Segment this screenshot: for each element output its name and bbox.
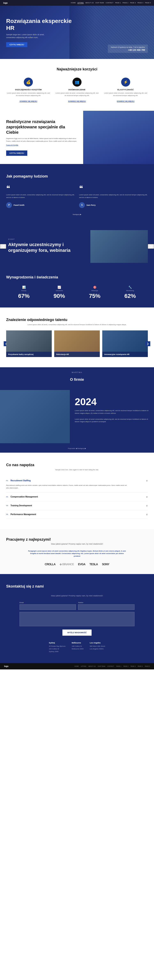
footer-link-p1[interactable]: PAGE 1 [116,665,121,667]
about-year: 2024 [75,396,149,407]
footer-link-home[interactable]: HOME [74,665,79,667]
benefit-title-3: ELASTYCZNOŚĆ [103,89,148,91]
testi-author-2: S Sam Perry [79,202,148,208]
testi-text-1: Lorem ipsum dolor sit amet, consectetur … [6,194,75,199]
about-nav-link[interactable]: Poprzedni ◀ Następny ▶ [68,447,86,449]
benefit-link-1[interactable]: DOWIEDZ SIĘ WIĘCEJ [19,100,37,102]
nav-contact[interactable]: CONTACT [106,2,113,4]
footer-link-about[interactable]: ABOUT US [88,665,96,667]
realistic-cta-button[interactable]: CZYTAJ WIĘCEJ [6,151,27,156]
footer-link-lifting[interactable]: LIFTING [81,665,86,667]
partners-logos: CROLLA ◆ BINANCE EVGA TESLA SONY [6,563,148,566]
hero-section: Rozwiązania eksperckie HR Sample large t… [0,6,154,59]
email-label: Email [19,602,76,603]
stat-label-2: Szkolenia [42,290,77,291]
realistic-title: Realistyczne rozwiązania zaprojektowane … [6,119,77,135]
nav-team[interactable]: OUR TEAM [95,2,104,4]
stats-section: Wynagrodzenia i świadczenia 📊 Koszty 67%… [0,267,154,307]
contact-section: Skontaktuj się z nami Masz jakieś pytani… [0,574,154,663]
nav-home[interactable]: HOME [71,2,76,4]
about-section: WARTWA O firmie 2024 Lorem ipsum dolor s… [0,367,154,453]
contact-submit-button[interactable]: WYŚLIJ WIADOMOŚĆ [63,630,91,636]
faq-header-1[interactable]: 01. Recruitment Staffing ∨ [6,479,148,482]
message-textarea[interactable] [19,612,135,626]
faq-header-3[interactable]: 03. Training Development ∨ [6,504,148,507]
partner-logo-evga: EVGA [78,563,85,566]
contact-form: Email Telefon WYŚLIJ WIADOMOŚĆ [19,602,135,636]
nav-about[interactable]: ABOUT US [85,2,94,4]
realistic-link[interactable]: Fusce A Fringilla [6,144,18,146]
about-image-bg [0,390,70,443]
footer-link-p3[interactable]: PAGE 3 [131,665,136,667]
testi-avatar-2: S [79,202,85,208]
email-input[interactable] [19,605,76,610]
partners-subtitle: Masz jakieś pytania? Prosimy napisz nam,… [6,543,148,545]
faq-header-2[interactable]: 02. Compensation Management ∨ [6,495,148,498]
partner-logo-crolla: CROLLA [45,563,55,566]
partner-logo-sony: SONY [102,563,109,566]
nav-p2[interactable]: PAGE 2 [123,2,128,4]
faq-num-1: 01. [6,480,8,482]
nav-lifting[interactable]: LIFTING [77,2,84,4]
benefit-link-3[interactable]: DOWIEDZ SIĘ WIĘCEJ [117,100,135,102]
footer-link-p5[interactable]: PAGE 5 [145,665,150,667]
benefit-link-2[interactable]: DOWIEDZ SIĘ WIĘCEJ [68,100,86,102]
faq-question-4: Performance Management [10,513,146,515]
talent-grid: Pozyskanie kadry zarządczej Rekrutacja H… [6,331,148,357]
testimonials-nav-link[interactable]: Następny ▶ [73,213,81,215]
talent-title: Znalezienie odpowiedniego talentu [6,318,148,322]
about-para1: Lorem ipsum dolor sit amet, consectetur … [75,409,149,415]
partners-desc-normal: Paragraph Lorem ipsum dolor sit amet con… [28,550,126,555]
stat-1: 📊 Koszty 67% [6,286,42,299]
location-melbourne: Melbourne 148 Collins St Melbourne 3000 [72,642,83,653]
faq-chevron-2: ∨ [146,495,148,498]
nav-p1[interactable]: PAGE 1 [115,2,121,4]
phone-input[interactable] [78,605,135,610]
nav-p4[interactable]: PAGE 4 [137,2,143,4]
benefit-title-2: DOŚWIADCZENIE [55,89,99,91]
location-addr-1: 45 Rodan Bay Bjerrum 102 Collins St Sydn… [49,645,66,653]
hero-cta-button[interactable]: CZYTAJ WIĘCEJ [6,42,27,47]
stat-label-1: Koszty [6,290,42,291]
talent-card-label-3: Innowacyjne rozwiązania HR [102,352,148,357]
footer-link-team[interactable]: OUR TEAM [98,665,105,667]
benefit-item-2: 👥 DOŚWIADCZENIE Lorem ipsum dolor sit am… [55,78,99,103]
hero-subtitle: Sample large text. Lorem ipsum dolor sit… [6,33,51,39]
stat-icon-2: 📈 [42,286,77,289]
nav-p5[interactable]: PAGE 5 [145,2,151,4]
footer-link-p2[interactable]: PAGE 2 [124,665,128,667]
faq-description: Sample dolor text. Click again to start … [6,469,148,471]
benefits-grid: 💰 OSZCZĘDNOŚCI KOSZTÓW Lorem ipsum dolor… [6,78,148,103]
benefits-section: Najważniejsze korzyści 💰 OSZCZĘDNOŚCI KO… [0,59,154,111]
webinar-next-button[interactable]: ❯ [148,244,154,249]
realistic-text: Realistyczne rozwiązania zaprojektowane … [0,111,83,164]
benefit-icon-2: 👥 [72,78,82,87]
testi-name-2: Sam Perry [87,204,96,206]
stat-value-1: 67% [6,293,42,299]
nav-p3[interactable]: PAGE 3 [130,2,136,4]
benefit-title-1: OSZCZĘDNOŚCI KOSZTÓW [6,89,51,91]
footer-links: HOME LIFTING ABOUT US OUR TEAM CONTACT P… [74,665,150,667]
webinar-image [90,230,148,263]
talent-next-button[interactable]: ❯ [145,341,150,346]
benefit-item-1: 💰 OSZCZĘDNOŚCI KOSZTÓW Lorem ipsum dolor… [6,78,51,103]
faq-header-4[interactable]: 04. Performance Management ∨ [6,513,148,516]
footer: logo HOME LIFTING ABOUT US OUR TEAM CONT… [0,663,154,670]
faq-question-1: Recruitment Staffing [10,479,146,482]
faq-item-3: 03. Training Development ∨ [6,501,148,510]
partners-title: Pracujemy z najlepszymi! [6,538,148,542]
talent-card-1: Pozyskanie kadry zarządczej [6,331,52,357]
testimonials-section: Jak pomagamy ludziom ❝ Lorem ipsum dolor… [0,164,154,226]
realistic-image [83,111,154,164]
footer-link-contact[interactable]: CONTACT [107,665,114,667]
webinar-prev-button[interactable]: ❮ [0,244,6,249]
stat-label-4: Monitoring [112,290,148,291]
contact-subtitle: Masz jakieś pytania? Prosimy napisz nam,… [6,595,148,597]
faq-title: Co nas napędza [6,463,148,467]
webinar-content: EVENT Aktywnie uczestniczymy i organizuj… [6,234,90,259]
navbar-logo: logo [3,2,8,4]
benefit-item-3: ⚡ ELASTYCZNOŚĆ Lorem ipsum dolor sit ame… [103,78,148,103]
footer-link-p4[interactable]: PAGE 4 [138,665,143,667]
webinar-image-bg [90,230,148,263]
benefit-desc-2: Lorem ipsum dolor sit amet, consectetur … [55,92,99,97]
